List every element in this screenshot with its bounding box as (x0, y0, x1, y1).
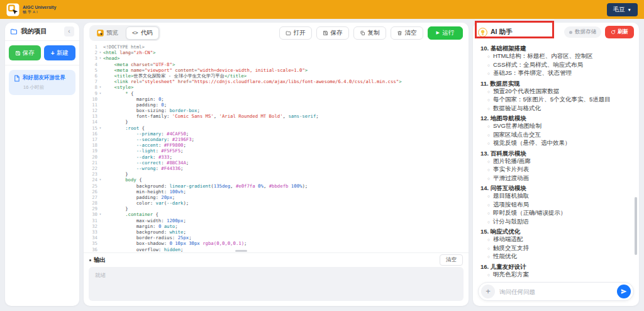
chat-input[interactable] (499, 288, 617, 295)
code-text: background: linear-gradient(135deg, #e0f… (103, 183, 308, 189)
code-line[interactable]: 10 margin: 0; (84, 96, 469, 102)
project-list-item[interactable]: 和好朋友环游世界 16 小时前 (9, 70, 75, 95)
code-line[interactable]: 28 color: var(--dark); (84, 200, 469, 206)
code-line[interactable]: 2▾<html lang="zh-CN"> (84, 50, 469, 55)
code-line[interactable]: 27 padding: 20px; (84, 195, 469, 200)
output-status: 就绪 (95, 272, 106, 278)
fold-gutter (97, 240, 103, 246)
line-number: 22 (84, 166, 97, 171)
chat-input-container: + (478, 282, 634, 301)
outline-subitem: ○平滑过渡动画 (480, 174, 631, 183)
outline-subitem: ○数据验证与格式化 (480, 105, 631, 113)
circle-bullet-icon: ○ (487, 105, 490, 113)
view-tabs: 预览 <> 代码 (89, 25, 160, 41)
outline-subitem-label: 数据验证与格式化 (493, 105, 541, 113)
line-number: 21 (84, 160, 97, 166)
fold-arrow-icon[interactable]: ▾ (97, 212, 103, 217)
code-line[interactable]: 3▾<head> (84, 55, 469, 61)
sidebar-collapse-button[interactable]: ‹ (64, 26, 74, 37)
line-number: 26 (84, 189, 97, 195)
code-line[interactable]: 23 } (84, 171, 469, 177)
vertical-scrollbar[interactable] (635, 197, 637, 255)
code-line[interactable]: 13 font-family: 'Comic Sans MS', 'Arial … (84, 113, 469, 119)
code-line[interactable]: 24▾ body { (84, 177, 469, 183)
brand-name: AIGC University (23, 5, 56, 9)
outline-item-title: 11. 数据层实现 (480, 79, 631, 88)
code-text: <style> (103, 84, 133, 90)
code-editor[interactable]: 1<!DOCTYPE html>2▾<html lang="zh-CN">3▾<… (84, 42, 469, 252)
code-line[interactable]: 16 --primary: #4CAF50; (84, 131, 469, 137)
open-button[interactable]: 打开 (279, 26, 312, 40)
assistant-outline[interactable]: 10. 基础框架搭建○HTML结构：标题栏、内容区、控制区○CSS样式：全局样式… (473, 42, 639, 278)
fold-arrow-icon[interactable]: ▾ (97, 91, 103, 96)
code-line[interactable]: 1<!DOCTYPE html> (84, 44, 469, 50)
outline-subitem-label: SVG世界地图绘制 (493, 122, 541, 130)
code-line[interactable]: 12 box-sizing: border-box; (84, 108, 469, 113)
fold-arrow-icon[interactable]: ▾ (97, 55, 103, 61)
code-line[interactable]: 5 <meta name="viewport" content="width=d… (84, 67, 469, 73)
copy-button[interactable]: 复制 (353, 26, 386, 40)
tab-preview[interactable]: 预览 (91, 26, 125, 40)
outline-item-title: 10. 基础框架搭建 (480, 44, 631, 52)
user-menu-button[interactable]: 毛豆 ▼ (607, 3, 638, 16)
code-line[interactable]: 35 box-shadow: 0 10px 30px rgba(0,0,0,0.… (84, 240, 469, 246)
code-line[interactable]: 4 <meta charset="UTF-8"> (84, 62, 469, 67)
fold-arrow-icon[interactable]: ▾ (97, 177, 103, 183)
save-button[interactable]: 保存 (316, 26, 349, 40)
ai-assistant-panel: AI 助手 数据存储 刷新 10. 基础框架搭建○HTML结构：标题栏、内容区、… (473, 23, 639, 306)
attach-plus-button[interactable]: + (481, 285, 495, 298)
save-project-button[interactable]: 保存 (9, 45, 41, 60)
code-icon: <> (132, 30, 138, 36)
outline-subitem-label: HTML结构：标题栏、内容区、控制区 (493, 52, 593, 60)
code-line[interactable]: 29 } (84, 206, 469, 212)
code-line[interactable]: 19 --light: #F5F5F5; (84, 148, 469, 154)
code-line[interactable]: 26 min-height: 100vh; (84, 189, 469, 195)
code-line[interactable]: 9▾ * { (84, 91, 469, 96)
fold-arrow-icon[interactable]: ▾ (97, 125, 103, 131)
send-button[interactable] (617, 285, 631, 298)
code-line[interactable]: 20 --dark: #333; (84, 154, 469, 160)
tab-preview-label: 预览 (106, 29, 118, 37)
code-line[interactable]: 15▾ :root { (84, 125, 469, 131)
new-project-button[interactable]: + 新建 (44, 45, 76, 60)
outline-item-title: 13. 百科展示模块 (480, 149, 631, 157)
fold-arrow-icon[interactable]: ▾ (97, 50, 103, 55)
tab-code[interactable]: <> 代码 (126, 26, 159, 40)
code-line[interactable]: 18 --accent: #FF9800; (84, 142, 469, 148)
code-line[interactable]: 17 --secondary: #2196F3; (84, 137, 469, 142)
code-line[interactable]: 14 } (84, 119, 469, 125)
output-clear-button[interactable]: 清空 (440, 254, 463, 266)
horizontal-scrollbar[interactable] (235, 250, 247, 252)
code-text: --wrong: #F44336; (103, 166, 183, 171)
code-line[interactable]: 11 padding: 0; (84, 102, 469, 108)
outline-subitem: ○图片轮播/画廊 (480, 157, 631, 166)
clear-button[interactable]: 清空 (391, 26, 423, 40)
code-text: margin: 0; (103, 96, 164, 102)
assistant-header: AI 助手 数据存储 刷新 (473, 23, 639, 42)
code-line[interactable]: 34 border-radius: 25px; (84, 235, 469, 240)
output-title: 输出 (89, 256, 106, 264)
code-line[interactable]: 31 max-width: 1200px; (84, 218, 469, 223)
code-line[interactable]: 7 <link rel="stylesheet" href="https://c… (84, 79, 469, 84)
line-number: 5 (84, 67, 97, 73)
line-number: 19 (84, 148, 97, 154)
outline-subitem: ○计分与鼓励语 (480, 218, 631, 227)
code-line[interactable]: 22 --wrong: #F44336; (84, 166, 469, 171)
code-line[interactable]: 21 --correct: #8BC34A; (84, 160, 469, 166)
code-line[interactable]: 36 overflow: hidden; (84, 247, 469, 252)
code-line[interactable]: 32 margin: 0 auto; (84, 223, 469, 229)
assistant-title-group: AI 助手 (478, 28, 512, 37)
circle-bullet-icon: ○ (487, 96, 490, 105)
run-label: 运行 (442, 29, 454, 37)
fold-gutter (97, 142, 103, 148)
run-button[interactable]: ▶ 运行 (428, 26, 463, 40)
fold-arrow-icon[interactable]: ▾ (97, 84, 103, 90)
refresh-button[interactable]: 刷新 (605, 26, 634, 38)
line-number: 36 (84, 247, 97, 252)
code-line[interactable]: 30▾ .container { (84, 212, 469, 217)
code-line[interactable]: 33 background: white; (84, 229, 469, 235)
code-line[interactable]: 25 background: linear-gradient(135deg, #… (84, 183, 469, 189)
fold-gutter (97, 44, 103, 50)
code-line[interactable]: 8▾ <style> (84, 84, 469, 90)
code-line[interactable]: 6 <title>世界文化探险家 - 全球小学生文化学习平台</title> (84, 73, 469, 79)
